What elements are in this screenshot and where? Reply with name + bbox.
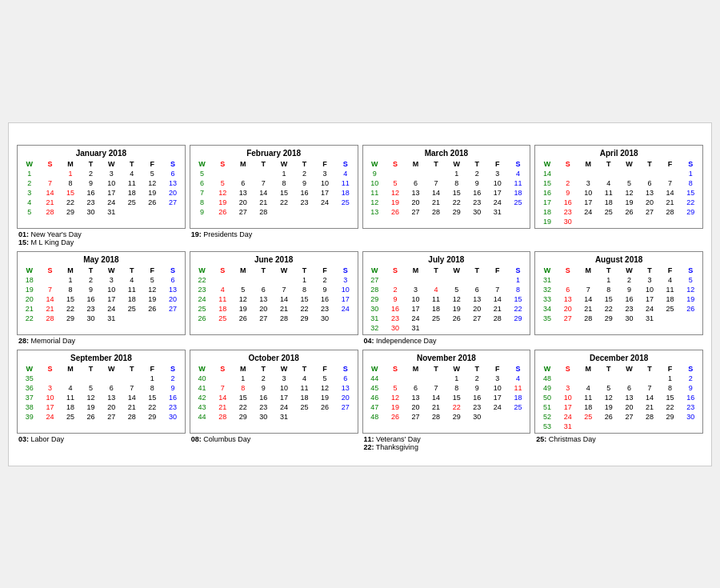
holiday-entry: 08: Columbus Day bbox=[191, 435, 358, 443]
holidays-cell: 19: Presidents Day bbox=[190, 230, 358, 246]
month-block: December 2018WSMTWTFS4812493456789501011… bbox=[534, 350, 703, 434]
holidays-cell bbox=[190, 337, 358, 345]
month-block: March 2018WSMTWTFS9123410567891011111213… bbox=[362, 145, 531, 229]
holidays-cell bbox=[534, 337, 703, 345]
month-title: March 2018 bbox=[365, 147, 529, 159]
month-title: May 2018 bbox=[19, 254, 183, 266]
holiday-entry: 19: Presidents Day bbox=[191, 230, 358, 238]
holidays-cell: 28: Memorial Day bbox=[17, 337, 186, 345]
holiday-entry: 25: Christmas Day bbox=[536, 435, 703, 443]
month-block: April 2018WSMTWTFS1411523456781691011121… bbox=[534, 145, 703, 229]
month-title: August 2018 bbox=[537, 254, 701, 266]
calendar-container: January 2018WSMTWTFS11234562789101112133… bbox=[17, 145, 703, 451]
month-title: June 2018 bbox=[192, 254, 356, 266]
holidays-cell: 25: Christmas Day bbox=[534, 435, 703, 451]
holiday-entry: 03: Labor Day bbox=[18, 435, 186, 443]
holidays-cell bbox=[362, 230, 531, 246]
month-block: October 2018WSMTWTFS40123456417891011121… bbox=[190, 350, 358, 434]
holiday-entry: 28: Memorial Day bbox=[18, 337, 186, 345]
month-block: July 2018WSMTWTFS27128234567829910111213… bbox=[362, 251, 531, 335]
holiday-entry: 04: Independence Day bbox=[364, 337, 531, 345]
month-block: June 2018WSMTWTFS22123234567891024111213… bbox=[190, 251, 358, 335]
holidays-cell: 03: Labor Day bbox=[17, 435, 186, 451]
holidays-cell: 11: Veterans' Day22: Thanksgiving bbox=[362, 435, 531, 451]
holidays-cell bbox=[534, 230, 703, 246]
month-title: January 2018 bbox=[19, 147, 183, 159]
month-block: September 2018WSMTWTFS351236345678937101… bbox=[17, 350, 186, 434]
month-title: December 2018 bbox=[537, 352, 701, 364]
month-block: August 2018WSMTWTFS311234532678910111233… bbox=[534, 251, 703, 335]
holidays-cell: 08: Columbus Day bbox=[190, 435, 358, 451]
holidays-cell: 04: Independence Day bbox=[362, 337, 531, 345]
month-block: November 2018WSMTWTFS4412344556789101146… bbox=[362, 350, 531, 434]
month-title: February 2018 bbox=[192, 147, 356, 159]
holiday-entry: 22: Thanksgiving bbox=[364, 443, 531, 451]
holiday-entry: 01: New Year's Day bbox=[18, 230, 186, 238]
month-block: January 2018WSMTWTFS11234562789101112133… bbox=[17, 145, 186, 229]
holiday-entry: 11: Veterans' Day bbox=[364, 435, 531, 443]
month-title: April 2018 bbox=[537, 147, 701, 159]
month-title: July 2018 bbox=[365, 254, 529, 266]
page: January 2018WSMTWTFS11234562789101112133… bbox=[8, 122, 712, 466]
holidays-cell: 01: New Year's Day15: M L King Day bbox=[17, 230, 186, 246]
month-block: May 2018WSMTWTFS181234561978910111213201… bbox=[17, 251, 186, 335]
month-title: October 2018 bbox=[192, 352, 356, 364]
holiday-entry: 15: M L King Day bbox=[18, 238, 186, 246]
month-block: February 2018WSMTWTFS5123465678910117121… bbox=[190, 145, 358, 229]
month-title: September 2018 bbox=[19, 352, 183, 364]
month-title: November 2018 bbox=[365, 352, 529, 364]
